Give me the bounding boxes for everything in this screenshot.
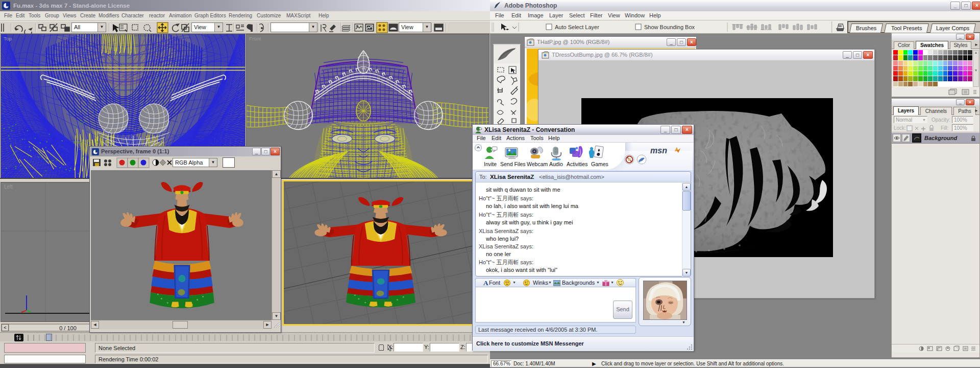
svg-text:Left: Left bbox=[4, 184, 13, 190]
svg-text:Top: Top bbox=[4, 36, 12, 41]
svg-text:msn: msn bbox=[650, 146, 667, 155]
svg-text:Front: Front bbox=[249, 36, 261, 41]
